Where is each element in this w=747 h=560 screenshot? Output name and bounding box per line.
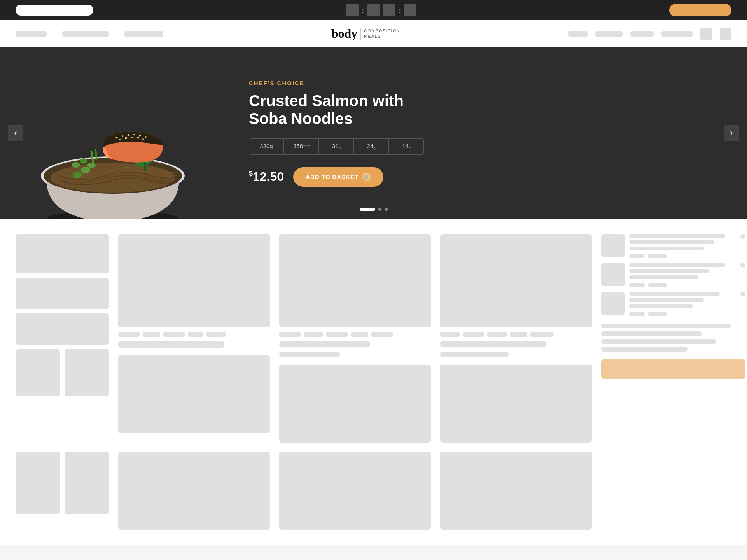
logo-text: body [331, 26, 358, 41]
hero-dot-1[interactable] [360, 208, 375, 211]
skeleton-desc-4-1 [440, 341, 546, 347]
sk-text [629, 247, 704, 250]
skeleton-col-4 [440, 234, 592, 443]
svg-point-23 [137, 137, 139, 139]
main-nav: body COMPOSITIONMEALS [0, 20, 747, 47]
skeleton-col-5 [601, 234, 745, 443]
svg-point-4 [81, 167, 90, 173]
top-bar-center: : : [346, 4, 416, 16]
sk-text [648, 254, 667, 258]
hero-price: $12.50 [249, 170, 284, 184]
top-bar-tile-1 [346, 4, 359, 16]
skeleton-right-text-3 [629, 292, 736, 316]
sk-text [629, 269, 709, 273]
nav-link-contact[interactable] [661, 31, 693, 37]
svg-point-16 [128, 134, 129, 136]
add-to-basket-button[interactable]: ADD TO BASKET 🛒 [293, 167, 383, 187]
skeleton-text-row-3-1 [279, 332, 431, 337]
nav-link-1[interactable] [16, 31, 47, 37]
nav-right [568, 28, 731, 40]
skeleton-text-row-2-1 [118, 332, 270, 337]
sk-text [629, 240, 714, 244]
nav-link-3[interactable] [124, 31, 163, 37]
hero-prev-button[interactable]: ‹ [8, 125, 23, 141]
hero-stat-cal: 358CAL [284, 138, 319, 155]
top-bar-search[interactable] [16, 5, 93, 16]
logo-area[interactable]: body COMPOSITIONMEALS [331, 26, 401, 41]
sk-img-a [16, 452, 60, 514]
sk-close [740, 292, 745, 296]
top-bar-colon-1: : [362, 6, 364, 15]
chevron-left-icon: ‹ [14, 128, 17, 138]
add-to-basket-label: ADD TO BASKET [306, 173, 359, 180]
skeleton-block-2-1 [118, 234, 270, 327]
svg-point-8 [72, 162, 80, 168]
skeleton-block-1-3 [16, 313, 109, 345]
sk-text [629, 263, 725, 267]
nav-icon-2[interactable] [720, 28, 731, 40]
sk-pill [326, 332, 348, 337]
hero-dots [360, 208, 388, 211]
sk-close [740, 234, 745, 239]
hero-stats: 330g 358CAL 31P 24C 14F [249, 138, 724, 155]
nav-link-faq[interactable] [595, 31, 623, 37]
sk-text [629, 275, 698, 279]
skeleton-right-item-2 [601, 263, 745, 287]
skeleton-desc-4-2 [440, 352, 509, 357]
grid-row-1 [16, 234, 731, 443]
two-cols [16, 452, 109, 514]
skeleton-col-1-bottom [16, 349, 109, 396]
sk-img-b [65, 452, 109, 514]
sk-pill [487, 332, 507, 337]
svg-point-24 [142, 138, 144, 140]
sk-text [629, 312, 645, 316]
sk-text [629, 292, 720, 296]
grid-row-2 [16, 452, 731, 530]
nav-left [16, 31, 163, 37]
sk-text [629, 234, 725, 238]
skeleton-thumb-1 [601, 234, 625, 257]
svg-point-21 [125, 137, 127, 139]
skeleton-block-1-4b [65, 349, 109, 396]
svg-point-20 [119, 139, 121, 140]
skeleton-thumb-2 [601, 263, 625, 286]
skeleton-desc-2-1 [118, 341, 224, 348]
sk-pill [188, 332, 203, 337]
chef-choice-badge: CHEF'S CHOICE [249, 80, 724, 86]
logo-divider [360, 28, 361, 40]
skeleton-right-item-3 [601, 292, 745, 316]
sk-pill [163, 332, 185, 337]
svg-point-17 [133, 134, 135, 135]
get-started-button[interactable] [669, 4, 731, 16]
sk-text [629, 283, 645, 287]
svg-point-22 [131, 136, 133, 138]
svg-point-7 [80, 158, 87, 164]
sk-text [629, 254, 645, 258]
sk-text [648, 283, 667, 287]
svg-point-15 [122, 135, 123, 137]
nav-link-login[interactable] [630, 31, 654, 37]
skeleton-block-3-1 [279, 234, 431, 327]
svg-point-14 [116, 137, 118, 139]
sk-pill [304, 332, 323, 337]
hero-dot-2[interactable] [378, 208, 381, 211]
hero-image-area [0, 47, 226, 219]
hero-banner: ‹ [0, 47, 747, 219]
sk-pill [279, 332, 301, 337]
nav-icon-1[interactable] [700, 28, 712, 40]
nav-link-blog[interactable] [568, 31, 588, 37]
sk-pill [371, 332, 393, 337]
skeleton-right-text-1 [629, 234, 736, 258]
hero-next-button[interactable]: › [724, 125, 739, 141]
sk-text [648, 312, 667, 316]
nav-link-2[interactable] [62, 31, 109, 37]
hero-stat-carbs: 24C [354, 138, 389, 155]
sk-text [629, 304, 693, 308]
sk-pill [463, 332, 484, 337]
top-bar-tile-3 [383, 4, 395, 16]
sk-pill [351, 332, 368, 337]
hero-dot-3[interactable] [385, 208, 388, 211]
skeleton-cta-button[interactable] [601, 359, 745, 379]
skeleton-block-1-1 [16, 234, 109, 273]
svg-rect-13 [144, 163, 146, 171]
